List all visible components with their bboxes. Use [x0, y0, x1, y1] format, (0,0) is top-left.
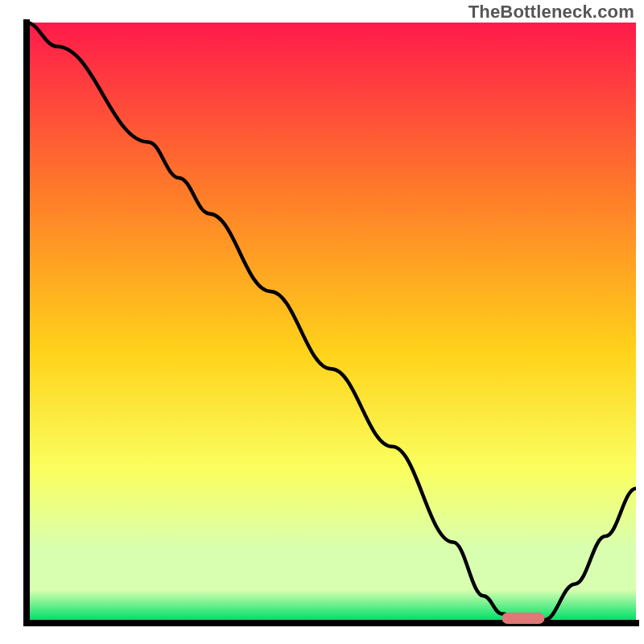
plot-gradient — [27, 23, 636, 620]
attribution-text: TheBottleneck.com — [469, 2, 634, 23]
optimum-marker — [502, 613, 544, 624]
bottleneck-chart — [0, 0, 644, 644]
chart-container: TheBottleneck.com — [0, 0, 644, 644]
